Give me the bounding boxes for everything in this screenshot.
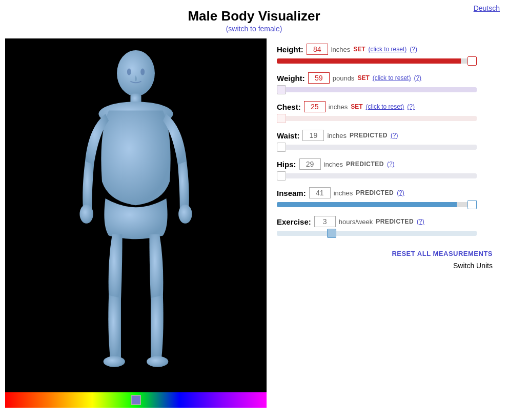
svg-point-0 <box>117 50 155 96</box>
controls-panel: Height: inches SET (click to reset) (?) … <box>267 38 503 408</box>
height-set: SET <box>353 46 365 53</box>
height-control: Height: inches SET (click to reset) (?) <box>277 44 493 65</box>
main-layout: Height: inches SET (click to reset) (?) … <box>0 38 508 408</box>
svg-point-7 <box>127 69 131 75</box>
body-figure-svg <box>64 46 208 385</box>
height-input[interactable] <box>307 44 328 55</box>
switch-gender-link[interactable]: (switch to female) <box>226 25 282 33</box>
chest-input[interactable] <box>304 101 326 112</box>
exercise-unit: hours/week <box>339 218 373 226</box>
inseam-control: Inseam: inches PREDICTED (?) <box>277 187 493 209</box>
svg-point-6 <box>147 356 168 367</box>
weight-control: Weight: pounds SET (click to reset) (?) <box>277 72 493 94</box>
page-title: Male Body Visualizer <box>0 8 508 24</box>
height-slider-track <box>277 58 477 64</box>
waist-label: Waist: <box>277 131 299 140</box>
weight-slider-track <box>277 87 477 92</box>
waist-input[interactable] <box>302 130 324 141</box>
hips-unit: inches <box>324 161 343 168</box>
color-spectrum-bar[interactable] <box>5 392 267 408</box>
exercise-help[interactable]: (?) <box>417 218 424 225</box>
exercise-slider-container <box>277 229 493 237</box>
bottom-actions: RESET ALL MEASUREMENTS Switch Units <box>277 250 493 270</box>
chest-set: SET <box>351 103 362 110</box>
chest-slider-container <box>277 114 493 123</box>
chest-unit: inches <box>329 103 348 111</box>
svg-point-4 <box>178 205 192 224</box>
svg-point-5 <box>104 356 125 367</box>
svg-point-3 <box>79 205 93 224</box>
hips-help[interactable]: (?) <box>387 161 395 168</box>
inseam-unit: inches <box>334 189 353 197</box>
weight-reset[interactable]: (click to reset) <box>373 74 411 82</box>
hips-control: Hips: inches PREDICTED (?) <box>277 158 493 180</box>
weight-unit: pounds <box>333 74 355 82</box>
color-bar-thumb[interactable] <box>131 395 141 405</box>
waist-predicted: PREDICTED <box>350 132 388 139</box>
exercise-predicted: PREDICTED <box>376 218 414 225</box>
waist-unit: inches <box>327 132 347 139</box>
weight-input[interactable] <box>308 72 330 84</box>
chest-label: Chest: <box>277 103 301 111</box>
waist-slider-thumb[interactable] <box>277 143 286 152</box>
height-slider-container <box>277 57 493 65</box>
exercise-control: Exercise: hours/week PREDICTED (?) <box>277 216 493 237</box>
height-reset[interactable]: (click to reset) <box>369 46 407 53</box>
weight-slider-container <box>277 86 493 94</box>
height-help[interactable]: (?) <box>410 46 417 53</box>
chest-reset[interactable]: (click to reset) <box>366 103 404 110</box>
hips-label: Hips: <box>277 160 296 169</box>
exercise-slider-track <box>277 231 477 236</box>
language-link[interactable]: Deutsch <box>474 4 500 12</box>
inseam-slider-thumb[interactable] <box>468 200 477 209</box>
height-unit: inches <box>331 46 351 53</box>
waist-slider-track <box>277 145 477 150</box>
inseam-help[interactable]: (?) <box>397 189 404 196</box>
height-slider-thumb[interactable] <box>468 56 477 66</box>
exercise-slider-thumb[interactable] <box>327 229 336 238</box>
chest-help[interactable]: (?) <box>407 103 415 110</box>
switch-units-button[interactable]: Switch Units <box>453 262 493 270</box>
hips-slider-container <box>277 172 493 180</box>
inseam-input[interactable] <box>309 187 331 198</box>
page-title-section: Male Body Visualizer (switch to female) <box>0 0 508 33</box>
exercise-label: Exercise: <box>277 217 311 226</box>
waist-control: Waist: inches PREDICTED (?) <box>277 130 493 151</box>
weight-label: Weight: <box>277 74 305 83</box>
exercise-input[interactable] <box>314 216 336 227</box>
weight-slider-thumb[interactable] <box>277 85 286 94</box>
chest-slider-thumb[interactable] <box>277 114 286 123</box>
weight-help[interactable]: (?) <box>414 74 421 82</box>
visualizer-panel <box>5 38 267 408</box>
svg-point-8 <box>140 69 145 75</box>
chest-slider-track <box>277 116 477 121</box>
waist-help[interactable]: (?) <box>391 132 398 139</box>
body-figure <box>5 38 267 392</box>
chest-control: Chest: inches SET (click to reset) (?) <box>277 101 493 123</box>
reset-all-button[interactable]: RESET ALL MEASUREMENTS <box>392 250 493 257</box>
hips-predicted: PREDICTED <box>346 161 384 168</box>
hips-slider-thumb[interactable] <box>277 171 286 181</box>
inseam-predicted: PREDICTED <box>356 189 394 196</box>
waist-slider-container <box>277 143 493 151</box>
inseam-slider-track <box>277 202 477 207</box>
height-label: Height: <box>277 45 303 54</box>
hips-slider-track <box>277 173 477 178</box>
hips-input[interactable] <box>299 158 321 170</box>
weight-set: SET <box>357 74 369 82</box>
inseam-slider-container <box>277 201 493 209</box>
inseam-label: Inseam: <box>277 189 306 197</box>
